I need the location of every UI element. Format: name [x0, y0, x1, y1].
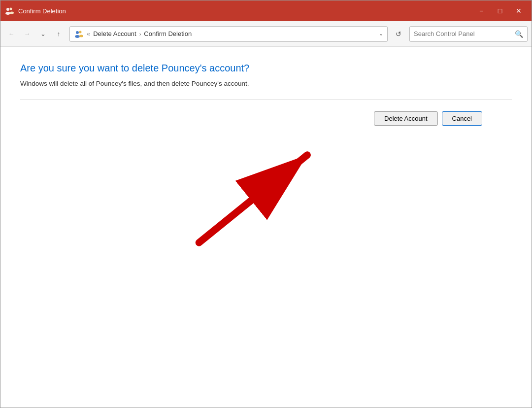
title-bar-controls: − □ ✕ [472, 4, 528, 18]
address-users-icon [74, 29, 84, 39]
arrow-annotation [0, 47, 532, 408]
forward-button[interactable]: → [20, 27, 34, 41]
divider [20, 99, 512, 100]
svg-point-6 [79, 31, 82, 33]
address-arrow: › [139, 31, 141, 37]
confirm-heading: Are you sure you want to delete Pouncey'… [20, 63, 512, 74]
svg-point-5 [75, 35, 80, 38]
address-bar[interactable]: « Delete Account › Confirm Deletion ⌄ [69, 26, 388, 42]
address-part1: Delete Account [93, 30, 136, 37]
window-title: Confirm Deletion [18, 7, 472, 15]
close-button[interactable]: ✕ [510, 4, 528, 18]
nav-bar: ← → ⌄ ↑ « Delete Account › Confirm Delet… [0, 21, 532, 47]
refresh-button[interactable]: ↺ [392, 27, 405, 41]
svg-point-7 [79, 34, 83, 37]
svg-point-0 [6, 8, 9, 11]
search-bar[interactable]: 🔍 [409, 26, 528, 42]
address-separator: « [87, 30, 90, 37]
window: Confirm Deletion − □ ✕ ← → ⌄ ↑ « Delete … [0, 0, 532, 408]
maximize-button[interactable]: □ [491, 4, 509, 18]
cancel-button[interactable]: Cancel [442, 111, 482, 126]
confirm-description: Windows will delete all of Pouncey's fil… [20, 80, 512, 87]
svg-point-2 [10, 8, 12, 10]
svg-point-4 [76, 31, 79, 34]
svg-point-3 [10, 12, 14, 14]
svg-point-1 [5, 12, 10, 15]
address-chevron-icon[interactable]: ⌄ [379, 31, 383, 37]
action-buttons: Delete Account Cancel [20, 111, 512, 126]
content-area: Are you sure you want to delete Pouncey'… [0, 47, 532, 408]
address-part2: Confirm Deletion [144, 30, 192, 37]
back-button[interactable]: ← [4, 27, 18, 41]
search-input[interactable] [414, 30, 512, 37]
window-icon [4, 6, 14, 16]
dropdown-button[interactable]: ⌄ [36, 27, 50, 41]
title-bar: Confirm Deletion − □ ✕ [0, 0, 532, 21]
search-icon: 🔍 [515, 30, 523, 38]
delete-account-button[interactable]: Delete Account [374, 111, 437, 126]
up-button[interactable]: ↑ [52, 27, 66, 41]
arrow-svg [0, 47, 532, 408]
svg-line-9 [199, 155, 307, 243]
minimize-button[interactable]: − [472, 4, 490, 18]
